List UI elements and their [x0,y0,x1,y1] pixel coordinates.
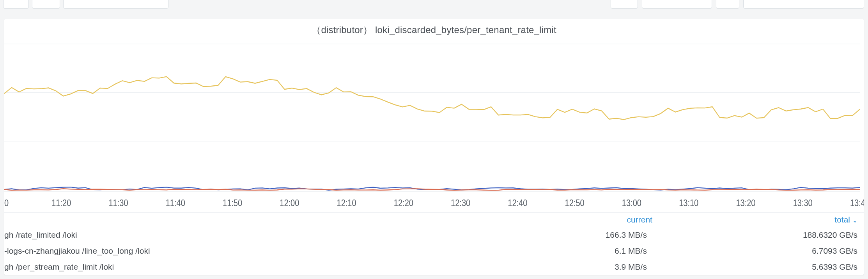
legend-series-name: gh /per_stream_rate_limit /loki [4,259,478,275]
svg-text:13:00: 13:00 [622,198,641,208]
legend-current: 3.9 MB/s [478,259,659,275]
svg-text:13:30: 13:30 [793,198,813,208]
line-chart: 1011:2011:3011:4011:5012:0012:1012:2012:… [4,39,864,212]
chart-panel: （distributor） loki_discarded_bytes/per_t… [4,19,864,275]
legend-total: 6.7093 GB/s [659,243,864,259]
legend-table: . current total⌄ gh /rate_limited /loki1… [4,212,864,275]
toolbar-box[interactable] [63,0,168,9]
toolbar-box[interactable] [716,0,739,9]
legend-col-total[interactable]: total⌄ [659,213,864,227]
svg-text:11:50: 11:50 [223,198,242,208]
chart-area[interactable]: 1011:2011:3011:4011:5012:0012:1012:2012:… [4,39,864,212]
svg-text:12:50: 12:50 [565,198,585,208]
legend-current: 6.1 MB/s [478,243,659,259]
legend-row[interactable]: -logs-cn-zhangjiakou /line_too_long /lok… [4,243,864,259]
svg-text:12:30: 12:30 [451,198,470,208]
toolbar-box[interactable] [743,0,864,9]
toolbar-box[interactable] [3,0,29,9]
chevron-down-icon: ⌄ [852,217,857,224]
toolbar-right [611,0,864,9]
legend-row[interactable]: gh /rate_limited /loki166.3 MB/s188.6320… [4,227,864,243]
toolbar-box[interactable] [611,0,638,9]
legend-row[interactable]: gh /per_stream_rate_limit /loki3.9 MB/s5… [4,259,864,275]
toolbar-box[interactable] [32,0,60,9]
legend-current: 166.3 MB/s [478,227,659,243]
svg-text:12:10: 12:10 [337,198,356,208]
svg-text:12:20: 12:20 [394,198,413,208]
svg-text:13:10: 13:10 [679,198,698,208]
svg-text:11:30: 11:30 [108,198,128,208]
legend-series-name: gh /rate_limited /loki [4,227,478,243]
toolbar-box[interactable] [642,0,712,9]
svg-text:12:40: 12:40 [508,198,527,208]
legend-series-name: -logs-cn-zhangjiakou /line_too_long /lok… [4,243,478,259]
svg-text:12:00: 12:00 [280,198,299,208]
legend-col-current[interactable]: current [478,213,659,227]
svg-text:13:20: 13:20 [736,198,755,208]
svg-text:13:40: 13:40 [850,198,864,208]
svg-text:11:20: 11:20 [51,198,71,208]
svg-text:10: 10 [4,198,9,208]
panel-title: （distributor） loki_discarded_bytes/per_t… [4,19,864,39]
legend-total: 5.6393 GB/s [659,259,864,275]
svg-text:11:40: 11:40 [166,198,185,208]
legend-header-row: . current total⌄ [4,213,864,227]
legend-total: 188.6320 GB/s [659,227,864,243]
